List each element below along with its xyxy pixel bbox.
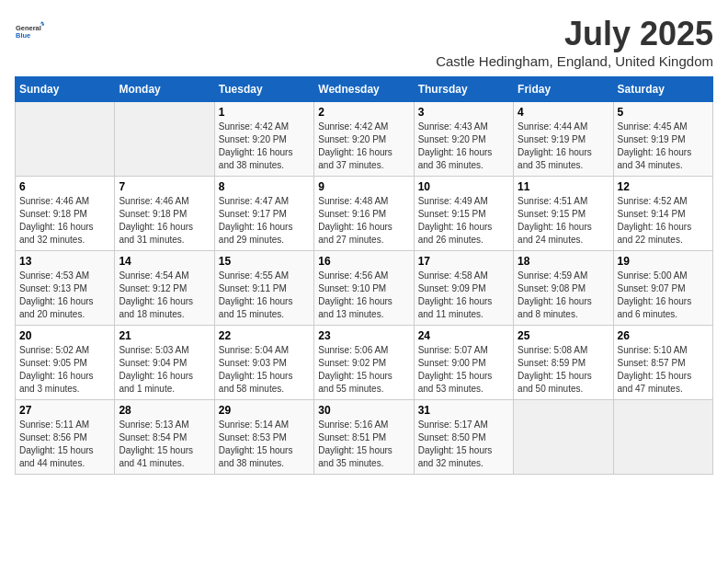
day-cell: 29Sunrise: 5:14 AM Sunset: 8:53 PM Dayli…: [214, 400, 313, 475]
day-cell: 21Sunrise: 5:03 AM Sunset: 9:04 PM Dayli…: [115, 326, 214, 400]
header-thursday: Thursday: [414, 77, 513, 102]
day-number: 26: [618, 329, 709, 342]
day-cell: 13Sunrise: 4:53 AM Sunset: 9:13 PM Dayli…: [16, 251, 115, 326]
day-cell: 28Sunrise: 5:13 AM Sunset: 8:54 PM Dayli…: [115, 400, 214, 475]
day-info: Sunrise: 5:03 AM Sunset: 9:04 PM Dayligh…: [119, 344, 210, 396]
day-info: Sunrise: 5:14 AM Sunset: 8:53 PM Dayligh…: [219, 419, 310, 470]
day-info: Sunrise: 4:47 AM Sunset: 9:17 PM Dayligh…: [219, 195, 310, 247]
day-number: 19: [618, 255, 709, 268]
day-info: Sunrise: 5:11 AM Sunset: 8:56 PM Dayligh…: [19, 419, 110, 470]
day-cell: 9Sunrise: 4:48 AM Sunset: 9:16 PM Daylig…: [314, 177, 414, 251]
day-cell: [514, 400, 613, 475]
day-number: 3: [418, 106, 509, 119]
day-cell: 15Sunrise: 4:55 AM Sunset: 9:11 PM Dayli…: [214, 251, 313, 326]
calendar-table: SundayMondayTuesdayWednesdayThursdayFrid…: [15, 76, 713, 475]
day-number: 29: [219, 404, 310, 417]
day-cell: 14Sunrise: 4:54 AM Sunset: 9:12 PM Dayli…: [115, 251, 214, 326]
header-friday: Friday: [514, 77, 613, 102]
svg-marker-2: [40, 21, 44, 23]
logo-svg: General Blue: [15, 15, 44, 48]
header-tuesday: Tuesday: [214, 77, 313, 102]
day-cell: 2Sunrise: 4:42 AM Sunset: 9:20 PM Daylig…: [314, 102, 414, 177]
day-number: 23: [318, 329, 409, 342]
day-number: 14: [119, 255, 210, 268]
day-number: 18: [518, 255, 609, 268]
svg-marker-3: [41, 23, 44, 25]
day-cell: [613, 400, 712, 475]
header-row: SundayMondayTuesdayWednesdayThursdayFrid…: [16, 77, 713, 102]
day-info: Sunrise: 5:04 AM Sunset: 9:03 PM Dayligh…: [219, 344, 310, 396]
day-number: 21: [119, 329, 210, 342]
day-number: 8: [219, 180, 310, 193]
header-sunday: Sunday: [16, 77, 115, 102]
day-info: Sunrise: 5:10 AM Sunset: 8:57 PM Dayligh…: [618, 344, 709, 396]
day-info: Sunrise: 4:48 AM Sunset: 9:16 PM Dayligh…: [318, 195, 409, 247]
day-info: Sunrise: 4:45 AM Sunset: 9:19 PM Dayligh…: [618, 121, 709, 172]
day-info: Sunrise: 4:46 AM Sunset: 9:18 PM Dayligh…: [19, 195, 110, 247]
day-info: Sunrise: 4:53 AM Sunset: 9:13 PM Dayligh…: [19, 270, 110, 321]
day-number: 12: [618, 180, 709, 193]
day-cell: 25Sunrise: 5:08 AM Sunset: 8:59 PM Dayli…: [514, 326, 613, 400]
subtitle: Castle Hedingham, England, United Kingdo…: [436, 53, 713, 69]
day-info: Sunrise: 4:44 AM Sunset: 9:19 PM Dayligh…: [518, 121, 609, 172]
day-number: 15: [219, 255, 310, 268]
day-cell: 19Sunrise: 5:00 AM Sunset: 9:07 PM Dayli…: [613, 251, 712, 326]
day-number: 5: [618, 106, 709, 119]
day-cell: 12Sunrise: 4:52 AM Sunset: 9:14 PM Dayli…: [613, 177, 712, 251]
day-number: 9: [318, 180, 409, 193]
day-info: Sunrise: 4:54 AM Sunset: 9:12 PM Dayligh…: [119, 270, 210, 321]
day-cell: 4Sunrise: 4:44 AM Sunset: 9:19 PM Daylig…: [514, 102, 613, 177]
day-number: 17: [418, 255, 509, 268]
day-cell: 6Sunrise: 4:46 AM Sunset: 9:18 PM Daylig…: [16, 177, 115, 251]
day-number: 31: [418, 404, 509, 417]
day-cell: 8Sunrise: 4:47 AM Sunset: 9:17 PM Daylig…: [214, 177, 313, 251]
day-number: 4: [518, 106, 609, 119]
svg-text:Blue: Blue: [16, 31, 30, 40]
day-number: 6: [19, 180, 110, 193]
day-info: Sunrise: 4:43 AM Sunset: 9:20 PM Dayligh…: [418, 121, 509, 172]
day-cell: 26Sunrise: 5:10 AM Sunset: 8:57 PM Dayli…: [613, 326, 712, 400]
header-wednesday: Wednesday: [314, 77, 414, 102]
day-number: 24: [418, 329, 509, 342]
day-info: Sunrise: 4:51 AM Sunset: 9:15 PM Dayligh…: [518, 195, 609, 247]
day-cell: 23Sunrise: 5:06 AM Sunset: 9:02 PM Dayli…: [314, 326, 414, 400]
day-number: 27: [19, 404, 110, 417]
day-number: 30: [318, 404, 409, 417]
day-info: Sunrise: 4:56 AM Sunset: 9:10 PM Dayligh…: [318, 270, 409, 321]
day-info: Sunrise: 5:07 AM Sunset: 9:00 PM Dayligh…: [418, 344, 509, 396]
day-info: Sunrise: 5:00 AM Sunset: 9:07 PM Dayligh…: [618, 270, 709, 321]
day-info: Sunrise: 5:06 AM Sunset: 9:02 PM Dayligh…: [318, 344, 409, 396]
day-number: 16: [318, 255, 409, 268]
day-cell: 18Sunrise: 4:59 AM Sunset: 9:08 PM Dayli…: [514, 251, 613, 326]
day-info: Sunrise: 4:42 AM Sunset: 9:20 PM Dayligh…: [219, 121, 310, 172]
day-number: 7: [119, 180, 210, 193]
day-number: 10: [418, 180, 509, 193]
day-cell: 20Sunrise: 5:02 AM Sunset: 9:05 PM Dayli…: [16, 326, 115, 400]
day-info: Sunrise: 5:16 AM Sunset: 8:51 PM Dayligh…: [318, 419, 409, 470]
week-row-3: 13Sunrise: 4:53 AM Sunset: 9:13 PM Dayli…: [16, 251, 713, 326]
day-number: 28: [119, 404, 210, 417]
day-info: Sunrise: 4:42 AM Sunset: 9:20 PM Dayligh…: [318, 121, 409, 172]
day-info: Sunrise: 4:49 AM Sunset: 9:15 PM Dayligh…: [418, 195, 509, 247]
week-row-4: 20Sunrise: 5:02 AM Sunset: 9:05 PM Dayli…: [16, 326, 713, 400]
day-info: Sunrise: 4:58 AM Sunset: 9:09 PM Dayligh…: [418, 270, 509, 321]
day-info: Sunrise: 5:02 AM Sunset: 9:05 PM Dayligh…: [19, 344, 110, 396]
day-cell: 10Sunrise: 4:49 AM Sunset: 9:15 PM Dayli…: [414, 177, 513, 251]
day-cell: 3Sunrise: 4:43 AM Sunset: 9:20 PM Daylig…: [414, 102, 513, 177]
day-number: 25: [518, 329, 609, 342]
day-cell: 27Sunrise: 5:11 AM Sunset: 8:56 PM Dayli…: [16, 400, 115, 475]
day-info: Sunrise: 4:46 AM Sunset: 9:18 PM Dayligh…: [119, 195, 210, 247]
day-cell: [16, 102, 115, 177]
day-cell: 17Sunrise: 4:58 AM Sunset: 9:09 PM Dayli…: [414, 251, 513, 326]
day-cell: 24Sunrise: 5:07 AM Sunset: 9:00 PM Dayli…: [414, 326, 513, 400]
page-header: General Blue July 2025 Castle Hedingham,…: [15, 15, 713, 69]
day-cell: 11Sunrise: 4:51 AM Sunset: 9:15 PM Dayli…: [514, 177, 613, 251]
day-info: Sunrise: 4:59 AM Sunset: 9:08 PM Dayligh…: [518, 270, 609, 321]
week-row-5: 27Sunrise: 5:11 AM Sunset: 8:56 PM Dayli…: [16, 400, 713, 475]
week-row-2: 6Sunrise: 4:46 AM Sunset: 9:18 PM Daylig…: [16, 177, 713, 251]
header-monday: Monday: [115, 77, 214, 102]
day-cell: [115, 102, 214, 177]
day-cell: 31Sunrise: 5:17 AM Sunset: 8:50 PM Dayli…: [414, 400, 513, 475]
day-cell: 5Sunrise: 4:45 AM Sunset: 9:19 PM Daylig…: [613, 102, 712, 177]
logo: General Blue: [15, 15, 44, 48]
